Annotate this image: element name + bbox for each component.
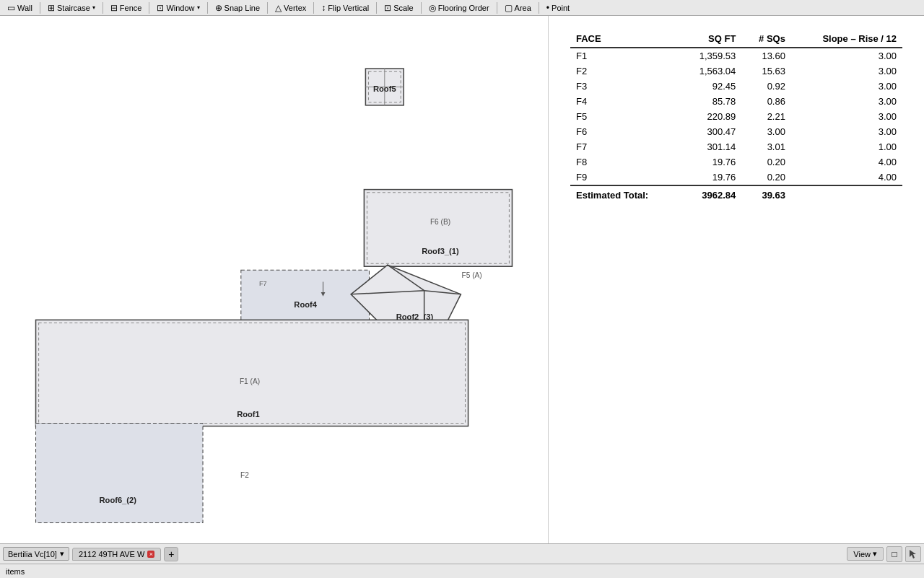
sep4 [207,2,208,14]
cell-face: F7 [570,139,679,154]
toolbar-flooringorder-label: Flooring Order [438,4,489,12]
cell-sqft: 300.47 [679,124,741,139]
toolbar-flipvertical-label: Flip Vertical [328,4,369,12]
tab-address[interactable]: 2112 49TH AVE W × [72,548,162,561]
toolbar-fence-label: Fence [120,4,142,12]
svg-text:F1 (A): F1 (A) [240,377,260,385]
toolbar-staircase-label: Staircase [57,4,90,12]
main-area: .roof-shape { fill: #e8e8ec; stroke: #44… [0,16,924,543]
cell-sqft: 301.14 [679,139,741,154]
svg-rect-24 [36,423,203,522]
view-button[interactable]: View ▾ [847,547,884,561]
toolbar: ▭ Wall ⊞ Staircase ▾ ⊟ Fence ⊡ Window ▾ … [0,0,924,16]
cell-slope: 3.00 [791,109,902,124]
cell-slope: 3.00 [791,79,902,94]
sep7 [376,2,377,14]
staircase-icon: ⊞ [48,3,55,13]
snapline-icon: ⊕ [215,3,222,13]
cell-sqs: 0.20 [741,154,791,170]
toolbar-area[interactable]: ▢ Area [500,1,536,15]
toolbar-scale[interactable]: ⊡ Scale [380,1,418,15]
toolbar-flooringorder[interactable]: ◎ Flooring Order [424,1,494,15]
data-panel: FACE SQ FT # SQs Slope – Rise / 12 F1 1,… [549,16,924,543]
sep8 [421,2,422,14]
toolbar-window-label: Window [166,4,194,12]
toolbar-area-label: Area [515,4,531,12]
sep3 [149,2,149,14]
window-dropdown-arrow: ▾ [197,4,200,11]
svg-text:Roof1: Roof1 [237,410,260,419]
table-row: F1 1,359.53 13.60 3.00 [570,48,902,64]
cell-slope: 4.00 [791,154,902,170]
scale-icon: ⊡ [384,3,391,13]
cell-sqft: 85.78 [679,94,741,109]
cell-face: F8 [570,154,679,170]
bottom-status-text: items [6,567,25,576]
toolbar-point[interactable]: • Point [542,1,574,15]
toolbar-fence[interactable]: ⊟ Fence [106,1,147,15]
view-square-btn1[interactable]: □ [886,546,902,562]
svg-text:F2: F2 [240,471,249,479]
total-slope-blank [791,185,902,203]
cell-sqft: 19.76 [679,170,741,185]
total-sqs: 39.63 [741,185,791,203]
table-row: F2 1,563.04 15.63 3.00 [570,64,902,79]
project-dropdown-arrow: ▾ [60,549,64,559]
cell-slope: 4.00 [791,170,902,185]
cell-sqft: 220.89 [679,109,741,124]
total-row: Estimated Total: 3962.84 39.63 [570,185,902,203]
view-square-btn2[interactable] [905,546,921,562]
vertex-icon: △ [275,3,282,13]
view-controls: View ▾ □ [847,546,921,562]
staircase-dropdown-arrow: ▾ [92,4,95,11]
col-sqs: # SQs [741,30,791,48]
svg-marker-27 [910,550,916,559]
toolbar-point-label: Point [552,4,570,12]
cell-slope: 3.00 [791,48,902,64]
toolbar-wall[interactable]: ▭ Wall [3,1,37,15]
cell-face: F2 [570,64,679,79]
cell-slope: 3.00 [791,94,902,109]
toolbar-staircase[interactable]: ⊞ Staircase ▾ [43,1,100,15]
cell-sqs: 0.92 [741,79,791,94]
svg-text:Roof6_(2): Roof6_(2) [100,496,137,504]
cell-sqs: 2.21 [741,109,791,124]
wall-icon: ▭ [7,3,15,13]
sep9 [497,2,497,14]
sep5 [267,2,268,14]
cell-sqs: 15.63 [741,64,791,79]
canvas-area[interactable]: .roof-shape { fill: #e8e8ec; stroke: #44… [0,16,549,543]
sep10 [539,2,539,14]
cursor-icon [908,549,918,559]
svg-text:Roof4: Roof4 [294,300,317,309]
project-dropdown[interactable]: Bertilia Vc[10] ▾ [3,547,69,561]
toolbar-flipvertical[interactable]: ↕ Flip Vertical [317,1,373,15]
view-dropdown-arrow: ▾ [873,549,877,559]
toolbar-window[interactable]: ⊡ Window ▾ [152,1,204,15]
project-label: Bertilia Vc[10] [8,550,57,559]
area-icon: ▢ [505,3,513,13]
roof-canvas: .roof-shape { fill: #e8e8ec; stroke: #44… [0,16,548,543]
toolbar-vertex[interactable]: △ Vertex [271,1,310,15]
toolbar-snapline[interactable]: ⊕ Snap Line [211,1,265,15]
total-sqft: 3962.84 [679,185,741,203]
svg-text:F5 (A): F5 (A) [462,271,482,279]
cell-face: F6 [570,124,679,139]
window-icon: ⊡ [157,3,164,13]
sep6 [313,2,314,14]
tab-add-button[interactable]: + [164,547,178,561]
table-row: F8 19.76 0.20 4.00 [570,154,902,170]
tab-close-btn[interactable]: × [147,551,154,558]
col-face: FACE [570,30,679,48]
flooringorder-icon: ◎ [429,3,436,13]
table-row: F6 300.47 3.00 3.00 [570,124,902,139]
cell-sqft: 1,563.04 [679,64,741,79]
cell-sqft: 1,359.53 [679,48,741,64]
cell-sqs: 0.86 [741,94,791,109]
col-sqft: SQ FT [679,30,741,48]
sep2 [103,2,103,14]
sep1 [40,2,40,14]
svg-text:Roof5: Roof5 [373,84,396,93]
statusbar: Bertilia Vc[10] ▾ 2112 49TH AVE W × + Vi… [0,543,924,564]
table-row: F5 220.89 2.21 3.00 [570,109,902,124]
